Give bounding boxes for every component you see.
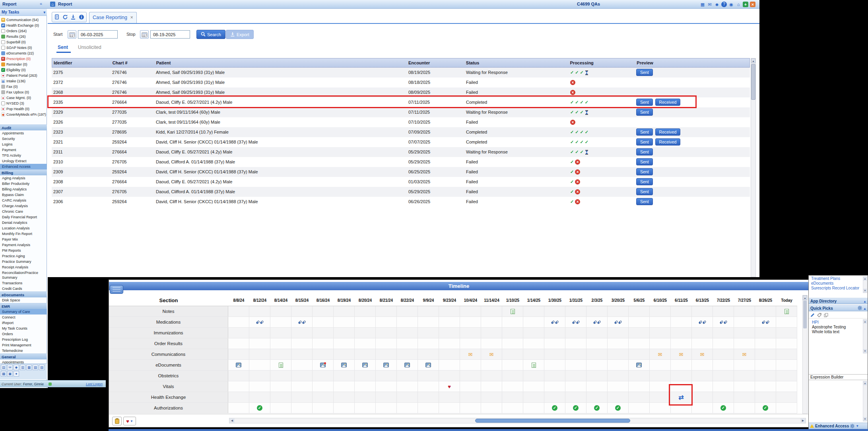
pencil-icon[interactable] <box>810 312 815 319</box>
timeline-cell[interactable] <box>502 306 523 316</box>
timeline-cell[interactable] <box>249 392 270 402</box>
gear-icon[interactable] <box>858 306 862 312</box>
sidebar-task-patient-portal-263[interactable]: ♥Patient Portal (263) <box>0 73 47 78</box>
sidebar-item-orders[interactable]: Orders <box>0 331 47 337</box>
timeline-cell[interactable] <box>755 392 776 402</box>
timeline-date-8-21-24[interactable]: 8/21/24 <box>376 295 397 306</box>
timeline-cell[interactable]: ♥ <box>439 381 460 392</box>
timeline-date-9-9-24[interactable]: 9/9/24 <box>418 295 439 306</box>
search-button[interactable]: Search <box>196 30 225 39</box>
expression-builder-item[interactable]: Expression Builder <box>809 374 868 380</box>
sent-preview-button[interactable]: Sent <box>636 178 653 185</box>
timeline-cell[interactable] <box>608 371 629 381</box>
timeline-cell[interactable] <box>713 392 734 402</box>
table-row[interactable]: 2307276705Daoud, Clifford A. 01/14/1988 … <box>52 187 750 197</box>
timeline-date-6-13-25[interactable]: 6/13/25 <box>692 295 713 306</box>
sidebar-section-header-emr[interactable]: EMR <box>0 303 47 309</box>
timeline-cell[interactable] <box>460 328 481 338</box>
table-row[interactable]: 2326277035Clark, test 09/11/1964 (60y) M… <box>52 117 750 127</box>
timeline-date-1-30-25[interactable]: 1/30/25 <box>544 295 565 306</box>
quick-pick-whole-lotta-text[interactable]: Whole lotta text <box>809 330 868 334</box>
received-preview-button[interactable]: Received <box>655 138 681 146</box>
timeline-cell[interactable] <box>439 371 460 381</box>
timeline-cell[interactable] <box>418 360 439 370</box>
timeline-cell[interactable] <box>355 392 376 402</box>
timeline-date-8-19-24[interactable]: 8/19/24 <box>334 295 355 306</box>
timeline-cell[interactable] <box>481 360 502 370</box>
timeline-cell[interactable] <box>270 392 291 402</box>
table-row[interactable]: 2323278695Kidd, Kari 12/27/2014 (10.7y) … <box>52 127 750 137</box>
timeline-cell[interactable] <box>418 371 439 381</box>
sent-preview-button[interactable]: Sent <box>636 158 653 165</box>
image-icon[interactable] <box>636 363 642 367</box>
timeline-cell[interactable] <box>355 328 376 338</box>
sidebar-item-billing-analytics[interactable]: Billing Analytics <box>0 186 47 192</box>
timeline-cell[interactable] <box>502 317 523 327</box>
timeline-cell[interactable] <box>439 328 460 338</box>
timeline-cell[interactable] <box>418 349 439 359</box>
timeline-cell[interactable] <box>291 360 313 370</box>
timeline-cell[interactable] <box>460 403 481 413</box>
scrollbar-thumb[interactable] <box>751 64 755 100</box>
tab-unsolicited[interactable]: Unsolicited <box>78 45 101 50</box>
timeline-cell[interactable] <box>397 349 418 359</box>
timeline-cell[interactable] <box>313 317 334 327</box>
scroll-up-icon[interactable]: ▲ <box>751 58 755 63</box>
image-icon[interactable] <box>404 363 410 367</box>
sidebar-task-orders-264[interactable]: Orders (264) <box>0 28 47 34</box>
timeline-date-today[interactable]: Today <box>776 295 797 306</box>
timeline-cell[interactable] <box>270 328 291 338</box>
timeline-date-8-22-24[interactable]: 8/22/24 <box>397 295 418 306</box>
timeline-cell[interactable] <box>586 317 608 327</box>
timeline-cell[interactable] <box>776 317 797 327</box>
received-preview-button[interactable]: Received <box>655 128 681 136</box>
pill-icon[interactable] <box>298 321 306 323</box>
timeline-cell[interactable] <box>755 317 776 327</box>
timeline-cell[interactable] <box>249 371 270 381</box>
timeline-cell[interactable]: ✓ <box>755 403 776 413</box>
timeline-cell[interactable] <box>460 371 481 381</box>
check-icon[interactable]: ✓ <box>552 405 557 411</box>
timeline-cell[interactable] <box>650 338 671 349</box>
timeline-cell[interactable] <box>586 381 608 392</box>
timeline-cell[interactable] <box>650 392 671 402</box>
timeline-cell[interactable] <box>270 338 291 349</box>
timeline-cell[interactable] <box>228 360 249 370</box>
timeline-cell[interactable] <box>460 306 481 316</box>
timeline-cell[interactable] <box>228 328 249 338</box>
timeline-cell[interactable] <box>671 306 692 316</box>
timeline-cell[interactable] <box>692 306 713 316</box>
quick-pick-hpi[interactable]: HPI <box>809 320 868 325</box>
timeline-cell[interactable] <box>355 306 376 316</box>
mail-icon[interactable]: ✉ <box>700 351 705 357</box>
table-row[interactable]: 2311276664Daoud, Cliffy E. 05/27/2021 (4… <box>52 147 750 157</box>
stop-date-input[interactable] <box>150 30 190 39</box>
timeline-date-8-16-24[interactable]: 8/16/24 <box>313 295 334 306</box>
sidebar-item-daily-financial-report[interactable]: Daily Financial Report <box>0 214 47 220</box>
calendar-tool-icon[interactable]: ▤ <box>1 365 6 370</box>
timeline-cell[interactable] <box>249 338 270 349</box>
timeline-vertical-scrollbar[interactable]: ▲ <box>802 295 808 414</box>
timeline-cell[interactable] <box>376 328 397 338</box>
timeline-cell[interactable] <box>713 349 734 359</box>
timeline-cell[interactable] <box>565 360 586 370</box>
scroll-up-icon[interactable]: ▲ <box>863 277 867 281</box>
timeline-cell[interactable] <box>629 349 650 359</box>
enhanced-access-bar[interactable]: Enhanced Access ▼ <box>809 423 868 429</box>
timeline-cell[interactable] <box>650 328 671 338</box>
document-icon[interactable] <box>279 363 283 368</box>
pill-icon[interactable] <box>551 321 559 323</box>
timeline-cell[interactable] <box>523 392 544 402</box>
timeline-cell[interactable] <box>418 338 439 349</box>
timeline-cell[interactable] <box>376 371 397 381</box>
timeline-cell[interactable] <box>755 349 776 359</box>
sidebar-item-logins[interactable]: Logins <box>0 142 47 147</box>
timeline-cell[interactable] <box>523 381 544 392</box>
timeline-cell[interactable] <box>397 392 418 402</box>
timeline-cell[interactable] <box>544 349 565 359</box>
timeline-cell[interactable] <box>734 371 755 381</box>
timeline-date-1-10-25[interactable]: 1/10/25 <box>502 295 523 306</box>
chevron-down-icon[interactable]: ▼ <box>856 424 859 428</box>
timeline-cell[interactable] <box>650 381 671 392</box>
timeline-cell[interactable] <box>523 338 544 349</box>
